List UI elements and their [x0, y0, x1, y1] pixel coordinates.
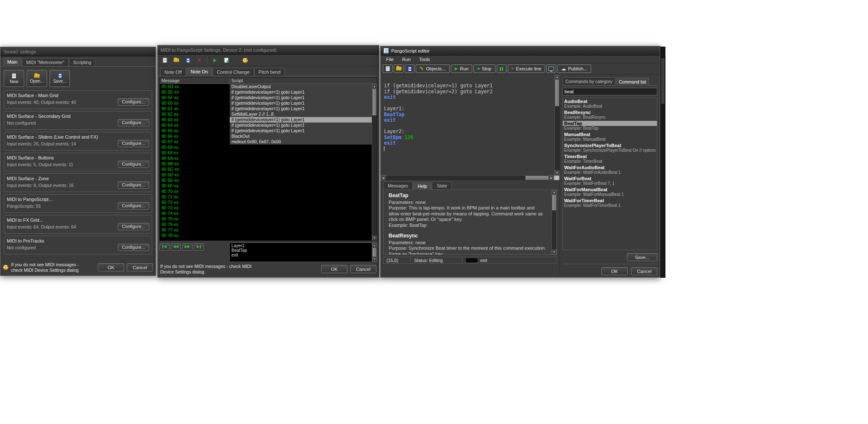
table-row[interactable]: 90 5D xxDisableLaserOutput: [160, 84, 372, 89]
command-list-item[interactable]: BeatResyncExample: BeatResync: [563, 109, 657, 120]
configure-button[interactable]: Configure...: [118, 140, 149, 147]
midi-monitor-button[interactable]: [240, 56, 250, 65]
table-row[interactable]: 90 76 xx: [160, 222, 372, 227]
code-editor[interactable]: if (getmididevicelayer=1) goto Layer1if …: [381, 75, 554, 175]
command-list-item[interactable]: TimerBeatExample: TimerBeat: [563, 153, 657, 165]
scroll-thumb[interactable]: [552, 195, 556, 210]
table-row[interactable]: 90 6E xx: [160, 178, 372, 183]
table-row[interactable]: 90 77 xx: [160, 227, 372, 233]
midi-to-pangoscript-titlebar[interactable]: MIDI to PangoScript Settings. Device 2. …: [158, 45, 379, 55]
menu-run[interactable]: Run: [398, 56, 415, 62]
table-row[interactable]: 90 6A xx: [160, 156, 372, 161]
configure-button[interactable]: Configure...: [118, 98, 149, 106]
cancel-button[interactable]: Cancel: [350, 265, 376, 273]
table-row[interactable]: 90 6D xx: [160, 172, 372, 178]
table-row[interactable]: 90 65 xxif (getmididevicelayer=1) goto L…: [160, 128, 372, 134]
table-row[interactable]: 90 5E xxif (getmididevicelayer=1) goto L…: [160, 89, 372, 95]
save-button[interactable]: Save...: [50, 70, 70, 87]
help-scrollbar[interactable]: ▲ ▼: [551, 190, 556, 254]
tab-messages[interactable]: Messages: [383, 181, 413, 190]
tab-note-off[interactable]: Note Off: [160, 68, 186, 76]
pangoscript-editor-titlebar[interactable]: PangoScript editor: [381, 46, 660, 56]
desktop-scrollbar[interactable]: [660, 47, 665, 278]
configure-button[interactable]: Configure...: [118, 202, 149, 209]
configure-button[interactable]: Configure...: [118, 161, 149, 168]
menu-tools[interactable]: Tools: [415, 56, 434, 62]
table-row[interactable]: 90 62 xxSetMidiLayer 2 // 1..8.: [160, 112, 372, 117]
tab-pitch-bend[interactable]: Pitch bend: [254, 68, 285, 76]
command-list-item[interactable]: AudioBeatExample: AudioBeat: [563, 98, 657, 109]
command-list-item[interactable]: WaitForTimerBeatExample: WaitForTimerBea…: [563, 198, 657, 209]
scroll-down-button[interactable]: ▼: [555, 170, 559, 175]
tab-main[interactable]: Main: [3, 58, 22, 67]
new-button[interactable]: [160, 56, 170, 65]
table-row[interactable]: 90 60 xxif (getmididevicelayer=1) goto L…: [160, 100, 372, 106]
tab-state[interactable]: State: [432, 181, 452, 190]
configure-button[interactable]: Configure...: [118, 244, 149, 251]
table-row[interactable]: 90 64 xxif (getmididevicelayer=1) goto L…: [160, 123, 372, 128]
editor-scrollbar[interactable]: ▲ ▼: [554, 75, 559, 175]
scroll-up-button[interactable]: ▲: [552, 190, 556, 195]
tab-commands-by-category[interactable]: Commands by category: [562, 77, 615, 85]
cancel-button[interactable]: Cancel: [631, 267, 657, 275]
preview-scrollbar[interactable]: ▲ ▼: [372, 243, 377, 262]
scroll-thumb[interactable]: [373, 248, 376, 257]
save-button[interactable]: [183, 56, 193, 65]
ok-button[interactable]: OK: [601, 267, 628, 275]
play-button[interactable]: ▶: [210, 56, 220, 65]
table-row[interactable]: 90 67 xxmidiout 0x90, 0x67, 0x00: [160, 139, 372, 145]
tab-command-list[interactable]: Command list: [616, 78, 649, 86]
publish-button[interactable]: ☁Publish...: [557, 64, 591, 73]
stop-button[interactable]: ■Stop: [473, 64, 495, 73]
new-button[interactable]: New: [4, 70, 24, 87]
scroll-thumb[interactable]: [555, 80, 559, 106]
table-scrollbar[interactable]: ▲ ▼: [372, 84, 377, 240]
table-row[interactable]: 90 74 xx: [160, 211, 372, 216]
display-button[interactable]: [546, 64, 556, 73]
scroll-left-button[interactable]: ◀: [381, 176, 386, 180]
editor-hscrollbar[interactable]: ◀ ▶: [381, 175, 559, 180]
previous-button[interactable]: ◀◀: [171, 243, 181, 251]
tab-control-change[interactable]: Control Change: [213, 68, 254, 76]
table-row[interactable]: 90 70 xx: [160, 189, 372, 194]
command-list-item[interactable]: ManualBeatExample: ManualBeat: [563, 131, 657, 142]
table-row[interactable]: 90 75 xx: [160, 216, 372, 222]
none-settings-titlebar[interactable]: '(none)' settings: [0, 47, 156, 56]
configure-button[interactable]: Configure...: [118, 223, 149, 230]
scroll-up-button[interactable]: ▲: [555, 75, 559, 79]
scroll-right-button[interactable]: ▶: [549, 176, 554, 180]
next-button[interactable]: ▶▶: [182, 243, 192, 251]
run-button[interactable]: ▶Run: [451, 64, 473, 73]
scroll-down-button[interactable]: ▼: [552, 250, 556, 254]
desktop-scroll-thumb[interactable]: [661, 58, 665, 104]
objects-button[interactable]: ✎Objects...: [416, 64, 450, 73]
table-row[interactable]: 90 72 xx: [160, 200, 372, 205]
table-row[interactable]: 90 63 xxif (getmididevicelayer=1) goto L…: [160, 117, 372, 123]
tab-scripting[interactable]: Scripting: [69, 58, 96, 66]
tab-help[interactable]: Help: [413, 182, 432, 190]
command-list-item[interactable]: WaitForManualBeatExample: WaitForManualB…: [563, 187, 657, 198]
open-script-button[interactable]: [394, 64, 403, 73]
table-row[interactable]: 90 71 xx: [160, 194, 372, 200]
command-list-item[interactable]: SynchronizePlayerToBeatExample: Synchron…: [563, 142, 657, 153]
tab-midi-metronome[interactable]: MIDI "Metronome": [22, 58, 69, 66]
ok-button[interactable]: OK: [321, 265, 348, 273]
open-button[interactable]: Open...: [27, 70, 47, 87]
skip-first-button[interactable]: ◀: [159, 243, 170, 251]
execute-line-button[interactable]: ≡Execute line: [508, 64, 545, 73]
pause-button[interactable]: [497, 64, 506, 73]
scroll-up-button[interactable]: ▲: [372, 243, 377, 248]
table-row[interactable]: 90 66 xxBlackOut: [160, 134, 372, 139]
delete-button[interactable]: ×: [194, 56, 204, 65]
test-script-button[interactable]: [221, 56, 231, 65]
table-row[interactable]: 90 73 xx: [160, 205, 372, 211]
cancel-button[interactable]: Cancel: [127, 263, 153, 271]
command-list-item[interactable]: BeatTapExample: BeatTap: [563, 120, 657, 131]
table-row[interactable]: 90 69 xx: [160, 150, 372, 156]
menu-file[interactable]: File: [382, 56, 398, 62]
new-script-button[interactable]: [383, 64, 392, 73]
table-row[interactable]: 90 78 xx: [160, 233, 372, 238]
command-list-item[interactable]: WaitForAudioBeatExample: WaitForAudioBea…: [563, 165, 657, 176]
table-row[interactable]: 90 6B xx: [160, 161, 372, 167]
table-row[interactable]: 90 6F xx: [160, 183, 372, 189]
